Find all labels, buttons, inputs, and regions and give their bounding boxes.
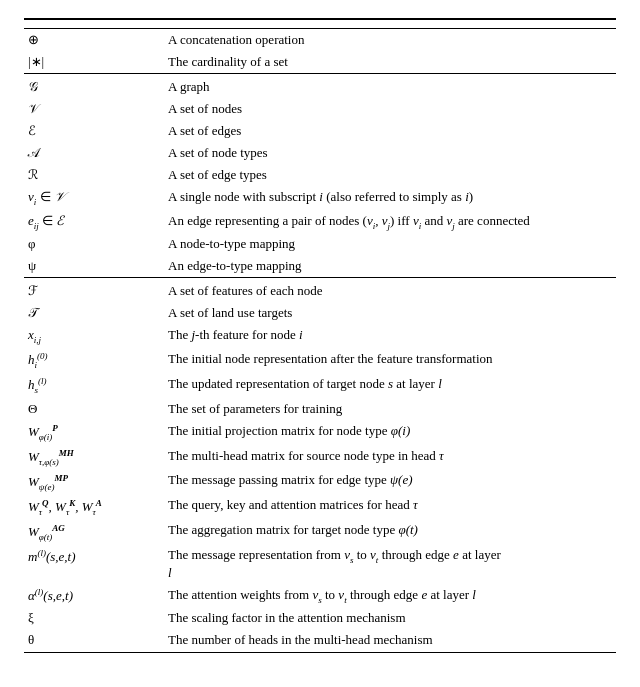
description-cell: The aggregation matrix for target node t… [164, 519, 616, 544]
notation-cell: 𝒢 [24, 74, 164, 99]
notation-cell: WτQ, WτK, WτA [24, 494, 164, 519]
notation-cell: xi,j [24, 324, 164, 348]
description-cell: A single node with subscript i (also ref… [164, 186, 616, 210]
description-cell: A set of land use targets [164, 302, 616, 324]
notation-header [24, 19, 164, 29]
description-cell: The number of heads in the multi-head me… [164, 629, 616, 653]
table-row: 𝒢A graph [24, 74, 616, 99]
description-cell: The initial projection matrix for node t… [164, 420, 616, 445]
description-cell: A set of node types [164, 142, 616, 164]
notation-cell: Θ [24, 398, 164, 420]
description-header [164, 19, 616, 29]
description-cell: The multi-head matrix for source node ty… [164, 445, 616, 470]
table-row: xi,jThe j-th feature for node i [24, 324, 616, 348]
table-row: ξThe scaling factor in the attention mec… [24, 607, 616, 629]
description-cell: A set of nodes [164, 98, 616, 120]
description-cell: The query, key and attention matrices fo… [164, 494, 616, 519]
description-cell: A set of edges [164, 120, 616, 142]
table-row: θThe number of heads in the multi-head m… [24, 629, 616, 653]
table-row: 𝒯A set of land use targets [24, 302, 616, 324]
description-cell: The set of parameters for training [164, 398, 616, 420]
notation-cell: ξ [24, 607, 164, 629]
notation-cell: eij ∈ ℰ [24, 210, 164, 234]
notation-cell: m(l)(s,e,t) [24, 544, 164, 584]
notation-cell: ⊕ [24, 29, 164, 52]
description-cell: A graph [164, 74, 616, 99]
notation-cell: ψ [24, 255, 164, 278]
description-cell: An edge-to-type mapping [164, 255, 616, 278]
description-cell: The initial node representation after th… [164, 348, 616, 373]
notation-cell: α(l)(s,e,t) [24, 584, 164, 608]
description-cell: A set of edge types [164, 164, 616, 186]
description-cell: A concatenation operation [164, 29, 616, 52]
table-row: m(l)(s,e,t)The message representation fr… [24, 544, 616, 584]
description-cell: A set of features of each node [164, 278, 616, 303]
description-cell: The updated representation of target nod… [164, 373, 616, 398]
table-row: Wψ(e)MPThe message passing matrix for ed… [24, 469, 616, 494]
notation-cell: Wτ,φ(s)MH [24, 445, 164, 470]
notation-cell: Wφ(t)AG [24, 519, 164, 544]
notation-cell: ℱ [24, 278, 164, 303]
table-row: ℱA set of features of each node [24, 278, 616, 303]
description-cell: The cardinality of a set [164, 51, 616, 74]
table-row: vi ∈ 𝒱A single node with subscript i (al… [24, 186, 616, 210]
table-row: Wφ(t)AGThe aggregation matrix for target… [24, 519, 616, 544]
notation-cell: hs(l) [24, 373, 164, 398]
table-row: |∗|The cardinality of a set [24, 51, 616, 74]
table-row: 𝒜A set of node types [24, 142, 616, 164]
table-row: WτQ, WτK, WτAThe query, key and attentio… [24, 494, 616, 519]
table-row: ΘThe set of parameters for training [24, 398, 616, 420]
notation-cell: Wψ(e)MP [24, 469, 164, 494]
notation-cell: 𝒜 [24, 142, 164, 164]
description-cell: The scaling factor in the attention mech… [164, 607, 616, 629]
notation-cell: θ [24, 629, 164, 653]
table-row: Wτ,φ(s)MHThe multi-head matrix for sourc… [24, 445, 616, 470]
notation-cell: Wφ(i)P [24, 420, 164, 445]
table-row: ⊕A concatenation operation [24, 29, 616, 52]
notation-cell: ℛ [24, 164, 164, 186]
table-row: hs(l)The updated representation of targe… [24, 373, 616, 398]
notation-cell: 𝒯 [24, 302, 164, 324]
description-cell: A node-to-type mapping [164, 233, 616, 255]
description-cell: The j-th feature for node i [164, 324, 616, 348]
table-row: ℰA set of edges [24, 120, 616, 142]
table-row: α(l)(s,e,t)The attention weights from vs… [24, 584, 616, 608]
description-cell: The message passing matrix for edge type… [164, 469, 616, 494]
table-row: hi(0)The initial node representation aft… [24, 348, 616, 373]
notation-cell: φ [24, 233, 164, 255]
table-row: φA node-to-type mapping [24, 233, 616, 255]
notation-cell: vi ∈ 𝒱 [24, 186, 164, 210]
table-row: ℛA set of edge types [24, 164, 616, 186]
notation-cell: hi(0) [24, 348, 164, 373]
table-row: Wφ(i)PThe initial projection matrix for … [24, 420, 616, 445]
description-cell: An edge representing a pair of nodes (vi… [164, 210, 616, 234]
table-row: ψAn edge-to-type mapping [24, 255, 616, 278]
description-cell: The attention weights from vs to vt thro… [164, 584, 616, 608]
table-row: 𝒱A set of nodes [24, 98, 616, 120]
notation-cell: ℰ [24, 120, 164, 142]
notation-cell: |∗| [24, 51, 164, 74]
table-row: eij ∈ ℰAn edge representing a pair of no… [24, 210, 616, 234]
notation-cell: 𝒱 [24, 98, 164, 120]
description-cell: The message representation from vs to vt… [164, 544, 616, 584]
